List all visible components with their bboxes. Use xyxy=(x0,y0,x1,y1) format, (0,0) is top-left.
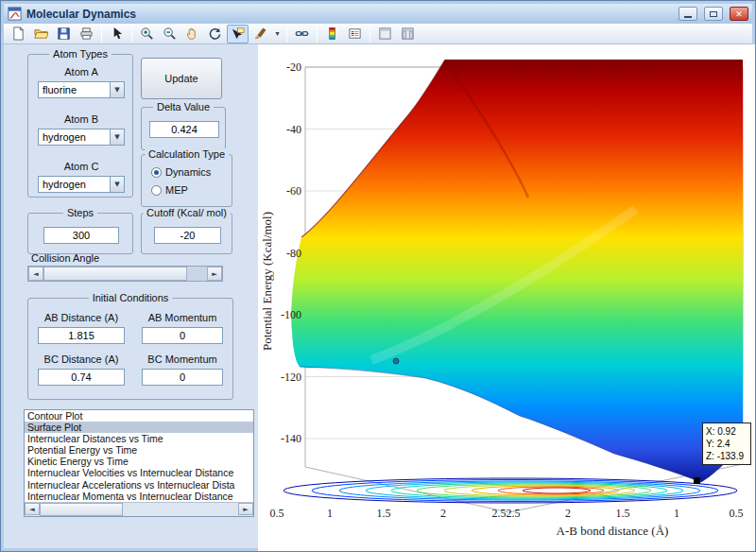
close-button[interactable]: ✕ xyxy=(730,7,748,21)
bc-distance-label: BC Distance (A) xyxy=(34,354,129,365)
datatip-x: X: 0.92 xyxy=(706,425,747,438)
pan-button[interactable] xyxy=(181,25,203,43)
new-figure-button[interactable] xyxy=(8,25,29,43)
open-file-button[interactable] xyxy=(30,25,52,43)
x-axis-tick-label: 0.5 xyxy=(270,507,284,521)
hscroll-right-arrow-icon[interactable]: ► xyxy=(238,503,253,515)
steps-title: Steps xyxy=(63,207,97,218)
toolbar-separator xyxy=(369,26,370,43)
hscroll-thumb[interactable] xyxy=(40,503,123,516)
potential-energy-surface[interactable] xyxy=(291,60,743,482)
hide-plot-tools-button[interactable] xyxy=(374,25,396,43)
slider-left-arrow-icon[interactable]: ◄ xyxy=(28,267,43,281)
x-axis-tick-label: 2 xyxy=(440,507,446,521)
x-axis-tick-label: 1 xyxy=(327,507,333,521)
rotate-3d-button[interactable] xyxy=(204,25,226,43)
plot-type-option[interactable]: Internuclear Accelerations vs Internucle… xyxy=(25,479,253,491)
bc-momentum-field[interactable] xyxy=(142,369,223,386)
arrow-icon xyxy=(110,26,124,41)
datatip-box[interactable]: X: 0.92 Y: 2.4 Z: -133.9 xyxy=(702,423,751,465)
open-folder-icon xyxy=(34,26,48,41)
atom-a-dropdown[interactable]: fluorine ▼ xyxy=(38,81,125,98)
toolbar-separator xyxy=(286,26,287,43)
delta-value-field[interactable] xyxy=(149,121,219,138)
link-icon xyxy=(295,26,309,41)
figure-axes: Potential Energy (Kcal/mol) A-B bond dis… xyxy=(258,44,755,552)
plot-type-option[interactable]: Surface Plot xyxy=(25,422,253,433)
cutoff-field[interactable] xyxy=(154,227,221,244)
edit-plot-button[interactable] xyxy=(106,25,128,43)
hscroll-left-arrow-icon[interactable]: ◄ xyxy=(25,503,40,515)
z-axis-tick-label: -40 xyxy=(262,123,301,137)
maximize-icon xyxy=(710,11,717,17)
ab-distance-field[interactable] xyxy=(38,327,125,344)
ab-momentum-field[interactable] xyxy=(142,327,223,344)
link-plot-button[interactable] xyxy=(291,25,313,43)
plot-type-option[interactable]: Internuclear Distances vs Time xyxy=(25,433,253,444)
bc-momentum-label: BC Momentum xyxy=(138,354,227,365)
plot-type-listbox: Contour PlotSurface PlotInternuclear Dis… xyxy=(24,409,254,517)
radio-selected-icon[interactable] xyxy=(151,167,162,178)
cutoff-title: Cutoff (Kcal/ mol) xyxy=(143,207,231,218)
atom-c-value: hydrogen xyxy=(39,177,110,192)
new-doc-icon xyxy=(11,26,26,41)
x-axis-tick-label: 1.5 xyxy=(377,507,391,521)
plot-type-items: Contour PlotSurface PlotInternuclear Dis… xyxy=(25,410,253,502)
plot-type-option[interactable]: Potential Energy vs Time xyxy=(25,444,253,456)
radio-unselected-icon[interactable] xyxy=(151,185,162,196)
chevron-down-icon[interactable]: ▼ xyxy=(110,129,124,145)
ab-distance-label: AB Distance (A) xyxy=(34,312,129,323)
datatip-marker[interactable] xyxy=(694,477,700,484)
radio-mep[interactable]: MEP xyxy=(151,184,188,196)
figure-toolbar: ▾ xyxy=(4,24,752,44)
z-axis-tick-label: -60 xyxy=(262,184,301,198)
maximize-button[interactable] xyxy=(704,7,723,21)
atom-c-dropdown[interactable]: hydrogen ▼ xyxy=(38,176,125,193)
app-window: Molecular Dynamics ✕ ▾ Atom Types Atom A… xyxy=(0,0,756,552)
calculation-type-groupbox: Calculation Type Dynamics MEP xyxy=(141,154,232,207)
zoom-in-button[interactable] xyxy=(136,25,158,43)
insert-colorbar-button[interactable] xyxy=(321,25,343,43)
radio-dynamics[interactable]: Dynamics xyxy=(151,166,211,178)
collision-angle-slider[interactable]: ◄ ► xyxy=(27,266,223,282)
insert-legend-button[interactable] xyxy=(344,25,366,43)
hscroll-track[interactable] xyxy=(123,503,238,516)
atom-b-value: hydrogen xyxy=(39,129,110,145)
x-axis-label: A-B bond distance (Å) xyxy=(485,524,740,539)
z-axis-tick-label: -80 xyxy=(262,247,301,261)
slider-right-arrow-icon[interactable]: ► xyxy=(207,267,222,281)
plot-type-option[interactable]: Kinetic Energy vs Time xyxy=(25,456,253,467)
chevron-down-icon[interactable]: ▼ xyxy=(110,177,124,192)
app-icon xyxy=(8,7,22,21)
zoom-out-button[interactable] xyxy=(159,25,180,43)
listbox-hscrollbar[interactable]: ◄ ► xyxy=(25,502,253,516)
brush-dropdown-button[interactable]: ▾ xyxy=(272,25,283,43)
show-plot-tools-button[interactable] xyxy=(397,25,419,43)
chevron-down-icon[interactable]: ▼ xyxy=(110,82,124,97)
z-axis-tick-label: -20 xyxy=(262,60,301,75)
plottools-on-icon xyxy=(401,26,415,41)
x-axis-tick-label: 2 xyxy=(565,507,571,521)
radio-dynamics-label: Dynamics xyxy=(165,166,211,178)
titlebar[interactable]: Molecular Dynamics ✕ xyxy=(4,4,752,24)
surface-plot[interactable] xyxy=(277,48,749,521)
save-figure-button[interactable] xyxy=(53,25,75,43)
plot-type-option[interactable]: Contour Plot xyxy=(25,410,253,422)
slider-thumb[interactable] xyxy=(43,267,187,281)
data-cursor-button[interactable] xyxy=(227,25,249,43)
x-axis-tick-label: 1.5 xyxy=(616,507,630,521)
print-figure-button[interactable] xyxy=(76,25,97,43)
minimize-button[interactable] xyxy=(679,7,697,21)
toolbar-separator xyxy=(131,26,132,43)
update-button[interactable]: Update xyxy=(141,58,222,99)
initial-conditions-title: Initial Conditions xyxy=(89,292,173,303)
steps-field[interactable] xyxy=(43,227,119,244)
slider-track[interactable] xyxy=(187,267,207,281)
bc-distance-field[interactable] xyxy=(38,369,125,386)
plot-type-option[interactable]: Internuclear Velocities vs Internuclear … xyxy=(25,467,253,478)
brush-icon xyxy=(253,26,267,41)
atom-b-dropdown[interactable]: hydrogen ▼ xyxy=(38,129,125,146)
brush-button[interactable] xyxy=(249,25,271,43)
plot-type-option[interactable]: Internuclear Momenta vs Internuclear Dis… xyxy=(25,491,253,502)
contour-projection xyxy=(284,478,737,503)
